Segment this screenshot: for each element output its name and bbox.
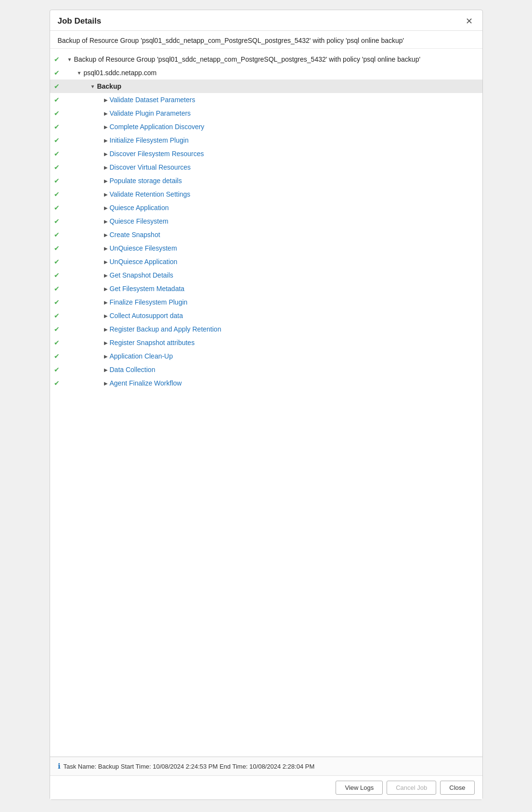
task-label-1: Validate Plugin Parameters: [110, 109, 191, 117]
expand-arrow-task-4[interactable]: ▶: [104, 151, 108, 157]
expand-arrow-task-11[interactable]: ▶: [104, 246, 108, 251]
tree-container: ✔ ▼ Backup of Resource Group 'psql01_sdd…: [50, 49, 482, 757]
tree-row-root[interactable]: ✔ ▼ Backup of Resource Group 'psql01_sdd…: [50, 53, 482, 66]
tree-row-backup[interactable]: ✔ ▼ Backup: [50, 80, 482, 93]
expand-arrow-task-0[interactable]: ▶: [104, 97, 108, 103]
task-label-11: UnQuiesce Filesystem: [110, 244, 177, 252]
tree-row-task-2[interactable]: ✔▶Complete Application Discovery: [50, 120, 482, 133]
expand-arrow-task-15[interactable]: ▶: [104, 300, 108, 305]
check-icon-task-7: ✔: [50, 190, 64, 198]
check-icon-task-20: ✔: [50, 366, 64, 373]
task-label-21: Agent Finalize Workflow: [110, 379, 182, 387]
check-icon-task-18: ✔: [50, 339, 64, 346]
backup-label: Backup: [97, 82, 121, 90]
job-details-dialog: Job Details ✕ Backup of Resource Group '…: [50, 10, 483, 800]
check-icon-backup: ✔: [50, 82, 64, 90]
tree-row-task-8[interactable]: ✔▶Quiesce Application: [50, 201, 482, 214]
tree-row-task-7[interactable]: ✔▶Validate Retention Settings: [50, 187, 482, 201]
tree-row-task-0[interactable]: ✔▶Validate Dataset Parameters: [50, 93, 482, 106]
expand-arrow-root[interactable]: ▼: [67, 57, 72, 62]
task-label-0: Validate Dataset Parameters: [110, 96, 195, 104]
expand-arrow-task-12[interactable]: ▶: [104, 259, 108, 265]
expand-arrow-task-9[interactable]: ▶: [104, 219, 108, 224]
check-icon-task-5: ✔: [50, 163, 64, 171]
expand-arrow-task-20[interactable]: ▶: [104, 367, 108, 373]
tree-row-task-12[interactable]: ✔▶UnQuiesce Application: [50, 255, 482, 268]
root-label: Backup of Resource Group 'psql01_sddc_ne…: [74, 55, 420, 63]
expand-arrow-task-10[interactable]: ▶: [104, 232, 108, 238]
expand-arrow-task-1[interactable]: ▶: [104, 111, 108, 116]
expand-arrow-task-2[interactable]: ▶: [104, 124, 108, 130]
tree-row-task-16[interactable]: ✔▶Collect Autosupport data: [50, 309, 482, 322]
tree-row-task-14[interactable]: ✔▶Get Filesystem Metadata: [50, 282, 482, 295]
check-icon-task-11: ✔: [50, 244, 64, 252]
tree-row-task-10[interactable]: ✔▶Create Snapshot: [50, 228, 482, 241]
task-label-9: Quiesce Filesystem: [110, 217, 169, 225]
cancel-job-button[interactable]: Cancel Job: [387, 781, 436, 795]
expand-arrow-task-21[interactable]: ▶: [104, 381, 108, 386]
expand-arrow-backup[interactable]: ▼: [91, 84, 95, 89]
check-icon-task-13: ✔: [50, 271, 64, 279]
view-logs-button[interactable]: View Logs: [336, 781, 383, 795]
expand-arrow-task-3[interactable]: ▶: [104, 138, 108, 143]
close-button[interactable]: Close: [440, 781, 474, 795]
tree-row-task-6[interactable]: ✔▶Populate storage details: [50, 174, 482, 187]
task-label-6: Populate storage details: [110, 177, 182, 185]
tree-row-task-11[interactable]: ✔▶UnQuiesce Filesystem: [50, 241, 482, 255]
check-icon-root: ✔: [50, 55, 64, 63]
check-icon-task-4: ✔: [50, 150, 64, 158]
tree-row-task-17[interactable]: ✔▶Register Backup and Apply Retention: [50, 322, 482, 336]
info-icon: ℹ: [58, 762, 61, 771]
expand-arrow-task-5[interactable]: ▶: [104, 165, 108, 170]
tree-row-task-5[interactable]: ✔▶Discover Virtual Resources: [50, 160, 482, 174]
task-label-19: Application Clean-Up: [110, 352, 173, 360]
task-label-14: Get Filesystem Metadata: [110, 285, 185, 293]
expand-arrow-task-18[interactable]: ▶: [104, 340, 108, 346]
task-label-18: Register Snapshot attributes: [110, 339, 195, 346]
host-label: psql01.sddc.netapp.com: [83, 69, 156, 77]
check-icon-host: ✔: [50, 69, 64, 77]
tree-row-task-4[interactable]: ✔▶Discover Filesystem Resources: [50, 147, 482, 160]
tree-row-task-13[interactable]: ✔▶Get Snapshot Details: [50, 268, 482, 282]
tree-row-task-3[interactable]: ✔▶Initialize Filesystem Plugin: [50, 133, 482, 147]
expand-arrow-task-13[interactable]: ▶: [104, 273, 108, 278]
expand-arrow-task-19[interactable]: ▶: [104, 354, 108, 359]
task-label-16: Collect Autosupport data: [110, 312, 183, 319]
expand-arrow-task-8[interactable]: ▶: [104, 205, 108, 211]
check-icon-task-1: ✔: [50, 109, 64, 117]
close-icon-button[interactable]: ✕: [464, 16, 475, 27]
expand-arrow-task-14[interactable]: ▶: [104, 286, 108, 292]
tree-row-task-20[interactable]: ✔▶Data Collection: [50, 363, 482, 376]
task-label-2: Complete Application Discovery: [110, 123, 205, 131]
tree-row-host[interactable]: ✔ ▼ psql01.sddc.netapp.com: [50, 66, 482, 80]
task-label-4: Discover Filesystem Resources: [110, 150, 204, 158]
task-label-20: Data Collection: [110, 366, 156, 373]
check-icon-task-10: ✔: [50, 231, 64, 239]
dialog-subtitle: Backup of Resource Group 'psql01_sddc_ne…: [50, 31, 482, 49]
tree-row-task-15[interactable]: ✔▶Finalize Filesystem Plugin: [50, 295, 482, 309]
expand-arrow-task-7[interactable]: ▶: [104, 192, 108, 197]
expand-arrow-task-17[interactable]: ▶: [104, 327, 108, 332]
tree-row-task-21[interactable]: ✔▶Agent Finalize Workflow: [50, 376, 482, 390]
task-label-8: Quiesce Application: [110, 204, 169, 212]
check-icon-task-2: ✔: [50, 123, 64, 131]
tree-row-task-9[interactable]: ✔▶Quiesce Filesystem: [50, 214, 482, 228]
task-label-7: Validate Retention Settings: [110, 190, 191, 198]
expand-arrow-task-6[interactable]: ▶: [104, 178, 108, 184]
check-icon-task-0: ✔: [50, 96, 64, 104]
check-icon-task-17: ✔: [50, 325, 64, 333]
tree-row-task-19[interactable]: ✔▶Application Clean-Up: [50, 349, 482, 363]
tree-row-task-18[interactable]: ✔▶Register Snapshot attributes: [50, 336, 482, 349]
dialog-title: Job Details: [58, 16, 102, 26]
check-icon-task-19: ✔: [50, 352, 64, 360]
expand-arrow-task-16[interactable]: ▶: [104, 313, 108, 319]
expand-arrow-host[interactable]: ▼: [77, 70, 82, 76]
dialog-header: Job Details ✕: [50, 10, 482, 31]
check-icon-task-16: ✔: [50, 312, 64, 319]
check-icon-task-8: ✔: [50, 204, 64, 212]
check-icon-task-15: ✔: [50, 298, 64, 306]
task-rows-container: ✔▶Validate Dataset Parameters✔▶Validate …: [50, 93, 482, 390]
status-bar-text: Task Name: Backup Start Time: 10/08/2024…: [64, 763, 315, 770]
tree-row-task-1[interactable]: ✔▶Validate Plugin Parameters: [50, 106, 482, 120]
task-label-5: Discover Virtual Resources: [110, 163, 191, 171]
